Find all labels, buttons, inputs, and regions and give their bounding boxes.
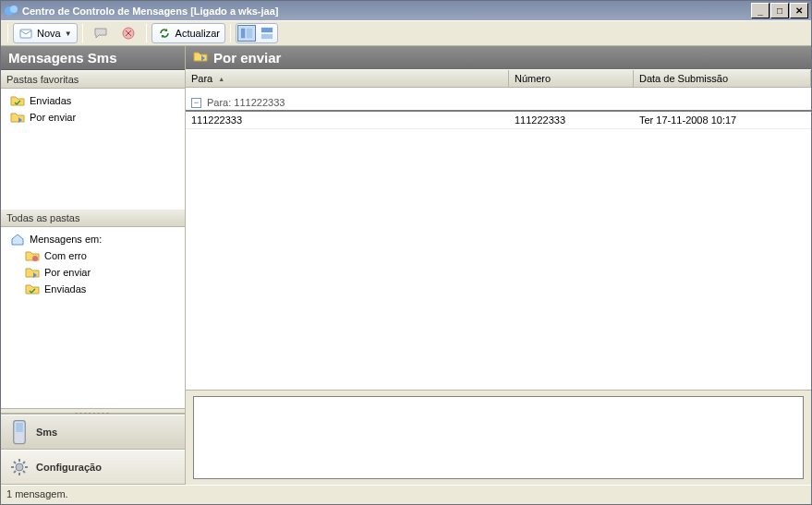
actualizar-label: Actualizar xyxy=(176,28,220,39)
folder-icon xyxy=(25,282,40,296)
maximize-button[interactable]: □ xyxy=(770,3,789,18)
folder-com-erro[interactable]: Com erro xyxy=(3,247,183,264)
sort-asc-icon: ▲ xyxy=(218,76,224,82)
svg-rect-6 xyxy=(261,28,273,32)
folder-root[interactable]: Mensagens em: xyxy=(3,231,183,247)
chat-icon xyxy=(93,26,108,41)
status-bar: 1 mensagem. xyxy=(1,485,811,504)
nav-sms[interactable]: Sms xyxy=(1,415,185,450)
folder-icon xyxy=(10,110,25,125)
group-row[interactable]: − Para: 111222333 xyxy=(186,93,811,112)
view-stacked[interactable] xyxy=(258,25,276,42)
new-message-icon xyxy=(18,26,33,41)
svg-rect-7 xyxy=(261,34,273,39)
folder-root-label: Mensagens em: xyxy=(30,232,102,246)
main-split: Mensagens Sms Pastas favoritas Enviadas … xyxy=(1,46,811,485)
all-folders-header[interactable]: Todas as pastas xyxy=(1,209,185,227)
cancel-icon-button[interactable] xyxy=(115,23,141,43)
sidebar-item-label: Por enviar xyxy=(30,110,76,125)
view-side-by-side[interactable] xyxy=(237,25,256,42)
titlebar: Centro de Controlo de Mensagens [Ligado … xyxy=(1,1,811,20)
nova-button[interactable]: Nova ▼ xyxy=(13,23,78,43)
minimize-button[interactable]: _ xyxy=(751,3,770,18)
all-folders-tree: Mensagens em: Com erro Por enviar Enviad… xyxy=(1,227,185,408)
nav-sms-label: Sms xyxy=(36,427,57,438)
sidebar-title: Mensagens Sms xyxy=(1,46,185,70)
home-icon xyxy=(10,232,25,246)
cell-data: Ter 17-11-2008 10:17 xyxy=(634,114,811,126)
main-title-text: Por enviar xyxy=(213,50,281,66)
col-label: Data de Submissão xyxy=(639,73,728,84)
refresh-icon xyxy=(157,26,172,41)
chevron-down-icon: ▼ xyxy=(65,30,72,38)
toolbar-grip xyxy=(7,24,8,42)
svg-point-1 xyxy=(10,6,18,13)
sidebar: Mensagens Sms Pastas favoritas Enviadas … xyxy=(1,46,186,485)
group-label: Para: 111222333 xyxy=(207,97,285,108)
preview-pane xyxy=(193,396,804,479)
folder-label: Com erro xyxy=(44,248,87,263)
sidebar-item-enviadas[interactable]: Enviadas xyxy=(3,92,183,109)
favorites-header[interactable]: Pastas favoritas xyxy=(1,70,185,89)
svg-rect-10 xyxy=(16,423,23,432)
folder-label: Enviadas xyxy=(44,282,86,296)
toolbar-separator xyxy=(82,24,83,42)
col-header-data[interactable]: Data de Submissão xyxy=(634,70,811,87)
folder-icon xyxy=(25,248,40,263)
folder-por-enviar[interactable]: Por enviar xyxy=(3,264,183,281)
svg-point-11 xyxy=(16,463,23,471)
col-label: Número xyxy=(515,73,551,84)
sidebar-item-por-enviar[interactable]: Por enviar xyxy=(3,109,183,126)
window-title: Centro de Controlo de Mensagens [Ligado … xyxy=(22,6,750,17)
col-header-para[interactable]: Para ▲ xyxy=(186,70,509,87)
folder-icon xyxy=(25,265,40,280)
window-buttons: _ □ ✕ xyxy=(750,3,808,18)
nav-config-label: Configuração xyxy=(36,462,102,473)
cell-para: 111222333 xyxy=(186,114,509,126)
bottom-nav: Sms Configuração xyxy=(1,414,185,485)
view-toggle xyxy=(236,23,278,43)
folder-label: Por enviar xyxy=(44,265,91,280)
column-headers: Para ▲ Número Data de Submissão xyxy=(186,69,811,88)
message-row[interactable]: 111222333 111222333 Ter 17-11-2008 10:17 xyxy=(186,112,811,129)
col-label: Para xyxy=(191,73,212,84)
cell-numero: 111222333 xyxy=(509,114,634,126)
message-list: − Para: 111222333 111222333 111222333 Te… xyxy=(186,88,811,391)
status-text: 1 mensagem. xyxy=(6,488,68,499)
close-button[interactable]: ✕ xyxy=(790,3,808,18)
toolbar-separator xyxy=(146,24,147,42)
gear-icon xyxy=(10,456,29,478)
chat-icon-button[interactable] xyxy=(88,23,114,43)
svg-rect-5 xyxy=(247,29,252,39)
col-header-numero[interactable]: Número xyxy=(509,70,634,87)
folder-enviadas[interactable]: Enviadas xyxy=(3,281,183,297)
nova-label: Nova xyxy=(37,28,61,39)
svg-point-8 xyxy=(32,256,38,261)
favorites-tree: Enviadas Por enviar xyxy=(1,89,185,209)
phone-icon xyxy=(10,421,29,443)
outbox-icon xyxy=(193,49,208,66)
toolbar-separator xyxy=(230,24,231,42)
folder-icon xyxy=(10,93,25,108)
toolbar: Nova ▼ Actualizar xyxy=(1,20,811,46)
svg-rect-4 xyxy=(241,29,245,39)
main-area: Por enviar Para ▲ Número Data de Submiss… xyxy=(186,46,811,485)
main-title: Por enviar xyxy=(186,46,811,69)
nav-config[interactable]: Configuração xyxy=(1,450,185,485)
sidebar-item-label: Enviadas xyxy=(30,93,71,108)
collapse-icon[interactable]: − xyxy=(191,98,201,108)
cancel-icon xyxy=(121,26,136,41)
app-icon xyxy=(4,4,18,18)
actualizar-button[interactable]: Actualizar xyxy=(151,23,225,43)
